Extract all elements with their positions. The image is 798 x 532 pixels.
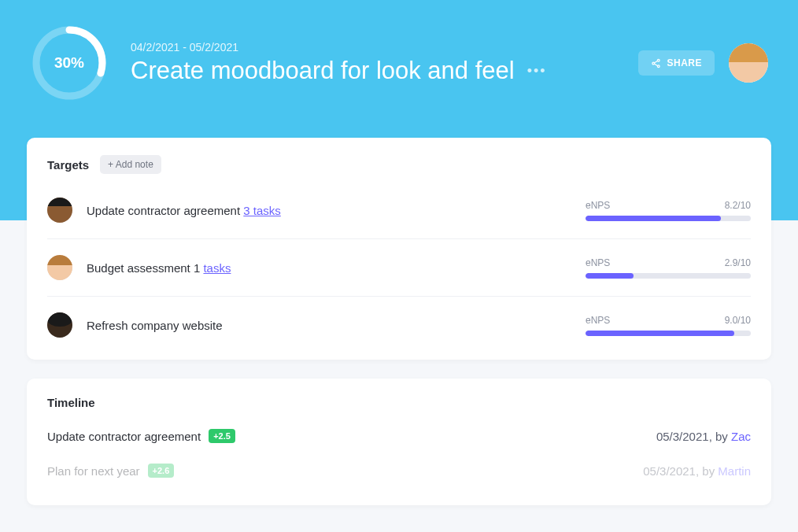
timeline-item-meta: 05/3/2021, by Zac [656,430,751,443]
metric-fill [586,273,634,279]
targets-section-title: Targets [47,158,89,172]
share-button-label: SHARE [667,57,702,68]
target-metric: eNPS 2.9/10 [586,257,751,279]
timeline-user-link[interactable]: Zac [731,430,751,443]
share-icon [651,58,661,68]
user-avatar[interactable] [729,43,768,83]
progress-ring: 30% [30,24,109,102]
assignee-avatar [47,255,72,280]
timeline-item-meta: 05/3/2021, by Martin [643,464,751,478]
date-range: 04/2/2021 - 05/2/2021 [131,41,638,54]
target-title: Budget assessment 1 [87,261,200,275]
target-title: Update contractor agreement [87,204,240,217]
progress-percent-label: 30% [30,24,109,102]
target-title: Refresh company website [87,319,223,332]
target-row[interactable]: Refresh company website eNPS 9.0/10 [47,297,751,342]
timeline-delta-badge: +2.6 [148,464,175,478]
target-row[interactable]: Budget assessment 1 tasks eNPS 2.9/10 [47,239,751,297]
timeline-card: Timeline Update contractor agreement +2.… [27,379,771,505]
more-menu-icon[interactable]: ••• [524,60,550,83]
target-row[interactable]: Update contractor agreement 3 tasks eNPS… [47,182,751,239]
assignee-avatar [47,198,72,223]
target-metric: eNPS 9.0/10 [586,315,751,336]
timeline-item-title: Update contractor agreement [47,430,201,443]
target-tasks-link[interactable]: tasks [203,261,231,275]
targets-card: Targets + Add note Update contractor agr… [27,138,771,360]
assignee-avatar [47,312,72,338]
share-button[interactable]: SHARE [638,50,715,76]
target-metric: eNPS 8.2/10 [586,200,751,221]
timeline-item-title: Plan for next year [47,464,140,478]
header-text-block: 04/2/2021 - 05/2/2021 Create moodboard f… [131,41,638,85]
metric-fill [586,331,734,336]
timeline-delta-badge: +2.5 [209,429,235,443]
timeline-row[interactable]: Update contractor agreement +2.5 05/3/20… [47,419,751,453]
metric-value: 8.2/10 [725,200,751,211]
page-title: Create moodboard for look and feel [131,57,515,85]
add-note-button[interactable]: + Add note [100,155,161,174]
target-tasks-link[interactable]: 3 tasks [243,204,281,217]
timeline-row[interactable]: Plan for next year +2.6 05/3/2021, by Ma… [47,453,751,488]
metric-label: eNPS [586,200,610,211]
metric-label: eNPS [586,315,610,326]
metric-label: eNPS [586,257,610,268]
metric-fill [586,216,721,221]
metric-value: 9.0/10 [725,315,751,326]
page-header: 30% 04/2/2021 - 05/2/2021 Create moodboa… [0,0,798,138]
timeline-user-link[interactable]: Martin [718,464,751,478]
timeline-section-title: Timeline [47,396,751,409]
metric-value: 2.9/10 [725,257,751,268]
